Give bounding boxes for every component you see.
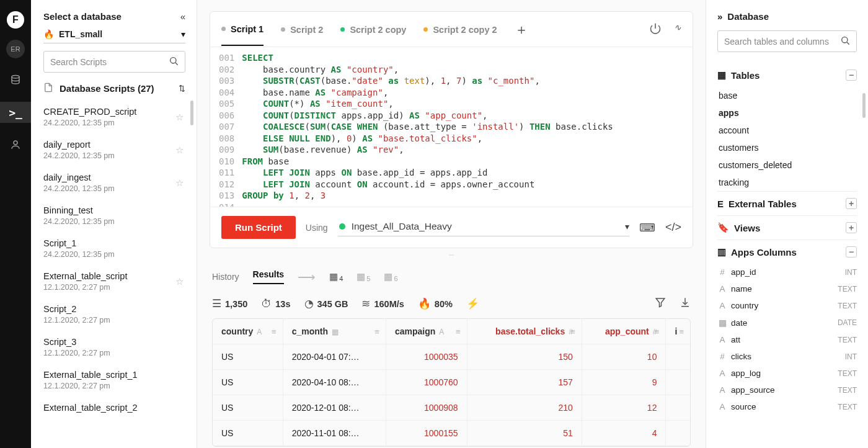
- download-icon[interactable]: [680, 297, 691, 311]
- search-tables-input[interactable]: [724, 37, 840, 47]
- column-header[interactable]: app_count#≡: [582, 319, 666, 344]
- tab[interactable]: Script 2 copy: [340, 13, 406, 46]
- add-view-button[interactable]: +: [846, 222, 857, 233]
- panel-title: Database: [727, 11, 769, 22]
- section-views[interactable]: 🔖Views +: [717, 215, 857, 240]
- power-icon[interactable]: [649, 22, 662, 37]
- script-item[interactable]: Script_312.1.2020, 2:27 pm: [31, 331, 195, 364]
- engine-selector[interactable]: Ingest_All_Data_Heavy ▾: [338, 218, 629, 236]
- run-row: Run Script Using Ingest_All_Data_Heavy ▾…: [210, 207, 693, 248]
- column-item[interactable]: AnameTEXT: [717, 280, 857, 297]
- search-scripts-input[interactable]: [50, 57, 169, 67]
- column-filter-icon[interactable]: ≡: [655, 327, 660, 336]
- table-item[interactable]: account: [717, 122, 857, 139]
- column-header[interactable]: campaignA≡: [386, 319, 467, 344]
- script-item[interactable]: CREATE_PROD_script24.2.2020, 12:35 pm☆: [31, 101, 195, 133]
- star-icon[interactable]: ☆: [175, 177, 184, 189]
- script-list[interactable]: CREATE_PROD_script24.2.2020, 12:35 pm☆da…: [31, 101, 197, 448]
- column-item[interactable]: AsourceTEXT: [717, 398, 857, 415]
- tab[interactable]: Script 1: [221, 13, 264, 46]
- table-item[interactable]: tracking: [717, 174, 857, 191]
- columns-list[interactable]: #app_idINTAnameTEXTAcountryTEXT▦dateDATE…: [717, 264, 857, 415]
- column-filter-icon[interactable]: ≡: [272, 327, 277, 336]
- column-filter-icon[interactable]: ≡: [679, 327, 684, 336]
- column-item[interactable]: #clicksINT: [717, 348, 857, 365]
- code-brackets-icon[interactable]: </>: [665, 221, 681, 234]
- column-item[interactable]: Aapp_logTEXT: [717, 365, 857, 382]
- tab[interactable]: Script 2: [281, 13, 323, 46]
- table-item[interactable]: customers: [717, 139, 857, 156]
- result-set-3[interactable]: ▦6: [384, 271, 397, 282]
- keyboard-icon[interactable]: ⌨︎: [639, 221, 655, 235]
- resize-handle[interactable]: ⏤: [197, 248, 706, 263]
- sliders-icon: ⚡: [466, 297, 479, 310]
- result-set-2[interactable]: ▦5: [356, 271, 370, 282]
- code-editor[interactable]: 0010020030040050060070080090100110120130…: [210, 47, 693, 207]
- sql-editor-icon[interactable]: >_: [0, 102, 31, 123]
- new-tab-button[interactable]: ＋: [515, 11, 528, 50]
- app-logo[interactable]: F: [7, 11, 24, 29]
- table-row[interactable]: US2020-04-10 08:…10007601579: [213, 370, 690, 395]
- column-header[interactable]: c_month▦≡: [283, 319, 386, 344]
- table-item[interactable]: apps: [717, 104, 857, 122]
- columns-icon: ▥: [717, 246, 726, 258]
- tab-results[interactable]: Results: [253, 269, 285, 284]
- column-header[interactable]: countryA≡: [213, 319, 283, 344]
- main-area: Script 1Script 2Script 2 copyScript 2 co…: [197, 0, 706, 448]
- chevron-right-icon[interactable]: »: [717, 11, 722, 22]
- stopwatch-icon: ⏱: [261, 298, 272, 310]
- add-external-button[interactable]: +: [846, 198, 857, 209]
- script-item[interactable]: daily_ingest24.2.2020, 12:35 pm☆: [31, 166, 195, 199]
- search-scripts-box[interactable]: [43, 51, 185, 73]
- section-columns[interactable]: ▥Apps Columns −: [717, 240, 857, 264]
- script-item[interactable]: Binning_test24.2.2020, 12:35 pm: [31, 199, 195, 232]
- script-item[interactable]: Script_212.1.2020, 2:27 pm: [31, 298, 195, 331]
- stat-tuning[interactable]: ⚡: [466, 297, 479, 310]
- collapse-columns-button[interactable]: −: [846, 246, 857, 258]
- table-row[interactable]: US2020-04-01 07:…100003515010: [213, 344, 690, 370]
- script-item[interactable]: External_table_script_2: [31, 396, 195, 421]
- column-item[interactable]: AattTEXT: [717, 331, 857, 348]
- users-icon[interactable]: [0, 134, 31, 155]
- result-set-1[interactable]: ▦4: [329, 271, 343, 282]
- script-item[interactable]: External_table_script_112.1.2020, 2:27 p…: [31, 364, 195, 396]
- collapse-panel-icon[interactable]: «: [180, 11, 185, 22]
- column-header[interactable]: base.total_clicks#≡: [467, 319, 582, 344]
- format-icon[interactable]: ∿: [674, 22, 681, 37]
- star-icon[interactable]: ☆: [175, 276, 184, 287]
- column-filter-icon[interactable]: ≡: [374, 327, 379, 336]
- script-item[interactable]: daily_report24.2.2020, 12:35 pm☆: [31, 133, 195, 166]
- table-item[interactable]: customers_deleted: [717, 156, 857, 174]
- filter-icon[interactable]: [655, 297, 666, 311]
- collapse-section-button[interactable]: −: [846, 69, 857, 81]
- column-filter-icon[interactable]: ≡: [570, 327, 575, 336]
- script-item[interactable]: External_table_script12.1.2020, 2:27 pm☆: [31, 265, 195, 298]
- svg-line-3: [175, 63, 178, 65]
- table-row[interactable]: US2020-11-01 08:…1000155514: [213, 421, 690, 446]
- column-filter-icon[interactable]: ≡: [456, 327, 461, 336]
- search-tables-box[interactable]: [717, 30, 857, 52]
- column-item[interactable]: AcountryTEXT: [717, 297, 857, 314]
- avatar[interactable]: ER: [6, 40, 25, 58]
- next-result-icon[interactable]: ⟶: [298, 269, 316, 284]
- tab[interactable]: Script 2 copy 2: [423, 13, 497, 46]
- run-script-button[interactable]: Run Script: [221, 216, 296, 239]
- tab-history[interactable]: History: [212, 272, 239, 282]
- tables-list[interactable]: baseappsaccountcustomerscustomers_delete…: [717, 87, 857, 191]
- column-item[interactable]: Aapp_sourceTEXT: [717, 382, 857, 398]
- table-item[interactable]: base: [717, 87, 857, 104]
- databases-icon[interactable]: [0, 69, 31, 91]
- section-external-tables[interactable]: EExternal Tables +: [717, 191, 857, 215]
- table-row[interactable]: US2020-12-01 08:…100090821012: [213, 395, 690, 421]
- svg-point-2: [170, 58, 176, 63]
- star-icon[interactable]: ☆: [175, 112, 184, 123]
- column-item[interactable]: ▦dateDATE: [717, 314, 857, 331]
- column-item[interactable]: #app_idINT: [717, 264, 857, 280]
- section-tables[interactable]: ▦Tables −: [717, 63, 857, 87]
- database-selector[interactable]: 🔥ETL_small ▾: [43, 28, 185, 43]
- sort-toggle-icon[interactable]: ⇅: [179, 84, 185, 93]
- star-icon[interactable]: ☆: [175, 145, 184, 156]
- column-header[interactable]: i≡: [666, 319, 690, 344]
- results-table[interactable]: countryA≡c_month▦≡campaignA≡base.total_c…: [212, 318, 691, 447]
- script-item[interactable]: Script_124.2.2020, 12:35 pm: [31, 232, 195, 265]
